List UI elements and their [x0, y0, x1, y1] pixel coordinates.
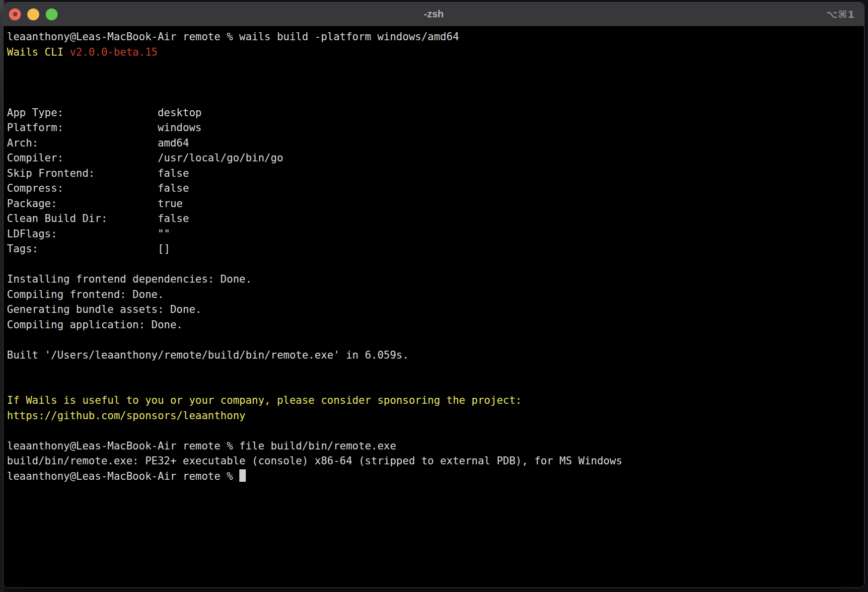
terminal-text-segment: https://github.com/sponsors/leaanthony [7, 410, 245, 422]
terminal-output[interactable]: leaanthony@Leas-MacBook-Air remote % wai… [3, 27, 864, 588]
terminal-text-segment: Installing frontend dependencies: Done. [7, 273, 252, 285]
terminal-line: Package: true [7, 196, 861, 212]
close-button[interactable] [9, 8, 21, 20]
terminal-text-segment: Wails CLI [7, 46, 70, 58]
terminal-line: If Wails is useful to you or your compan… [7, 393, 861, 408]
terminal-line: App Type: desktop [7, 105, 861, 121]
terminal-text-segment: leaanthony@Leas-MacBook-Air remote % wai… [7, 31, 459, 43]
terminal-text-segment: Built '/Users/leaanthony/remote/build/bi… [7, 349, 409, 361]
terminal-text-segment: Package: true [7, 198, 183, 210]
terminal-line: Tags: [] [7, 241, 861, 257]
terminal-text-segment: leaanthony@Leas-MacBook-Air remote % fil… [7, 440, 396, 452]
terminal-line: LDFlags: "" [7, 226, 861, 242]
terminal-text-segment: Platform: windows [7, 122, 202, 134]
terminal-line [7, 423, 861, 439]
terminal-text-segment: build/bin/remote.exe: PE32+ executable (… [7, 455, 622, 467]
terminal-line: leaanthony@Leas-MacBook-Air remote % [7, 469, 861, 484]
window-shortcut-badge: ⌥⌘1 [826, 8, 855, 20]
traffic-lights [3, 8, 58, 20]
terminal-text-segment: App Type: desktop [7, 107, 202, 119]
terminal-line: Compiling application: Done. [7, 317, 861, 333]
terminal-text-segment: Compiling application: Done. [7, 319, 183, 331]
terminal-text-segment: Compiling frontend: Done. [7, 289, 164, 300]
terminal-line: Compress: false [7, 181, 861, 196]
terminal-line: Arch: amd64 [7, 136, 861, 151]
terminal-line: Skip Frontend: false [7, 166, 861, 181]
terminal-line: build/bin/remote.exe: PE32+ executable (… [7, 453, 861, 469]
terminal-line: Compiler: /usr/local/go/bin/go [7, 150, 861, 166]
terminal-line: Wails CLI v2.0.0-beta.15 [7, 45, 861, 60]
terminal-window: -zsh ⌥⌘1 leaanthony@Leas-MacBook-Air rem… [3, 2, 865, 588]
window-title: -zsh [3, 8, 864, 20]
terminal-line [7, 60, 861, 75]
terminal-text-segment: If Wails is useful to you or your compan… [7, 394, 522, 406]
terminal-line: leaanthony@Leas-MacBook-Air remote % wai… [7, 29, 861, 45]
title-bar[interactable]: -zsh ⌥⌘1 [3, 2, 864, 26]
terminal-line: Clean Build Dir: false [7, 211, 861, 226]
terminal-line [7, 363, 861, 378]
terminal-text-segment: Generating bundle assets: Done. [7, 303, 202, 315]
terminal-line [7, 257, 861, 272]
text-cursor [239, 469, 246, 482]
terminal-line [7, 378, 861, 393]
terminal-text-segment: Compress: false [7, 182, 189, 194]
terminal-line [7, 90, 861, 105]
terminal-line: Platform: windows [7, 120, 861, 136]
terminal-line: leaanthony@Leas-MacBook-Air remote % fil… [7, 439, 861, 454]
close-button-dot [13, 12, 17, 16]
terminal-text-segment: leaanthony@Leas-MacBook-Air remote % [7, 470, 239, 482]
terminal-line: Built '/Users/leaanthony/remote/build/bi… [7, 348, 861, 363]
terminal-line: Compiling frontend: Done. [7, 287, 861, 302]
terminal-line [7, 75, 861, 90]
terminal-text-segment: Tags: [] [7, 243, 170, 255]
terminal-text-segment: Arch: amd64 [7, 137, 189, 149]
terminal-text-segment: Skip Frontend: false [7, 167, 189, 179]
terminal-line [7, 332, 861, 348]
terminal-text-segment: Clean Build Dir: false [7, 213, 189, 224]
terminal-text-segment: v2.0.0-beta.15 [70, 46, 157, 58]
minimize-button[interactable] [27, 8, 39, 20]
terminal-text-segment: Compiler: /usr/local/go/bin/go [7, 152, 283, 164]
zoom-button[interactable] [46, 8, 58, 20]
terminal-line: Generating bundle assets: Done. [7, 302, 861, 317]
terminal-line: https://github.com/sponsors/leaanthony [7, 408, 861, 424]
terminal-line: Installing frontend dependencies: Done. [7, 272, 861, 287]
terminal-text-segment: LDFlags: "" [7, 228, 170, 240]
